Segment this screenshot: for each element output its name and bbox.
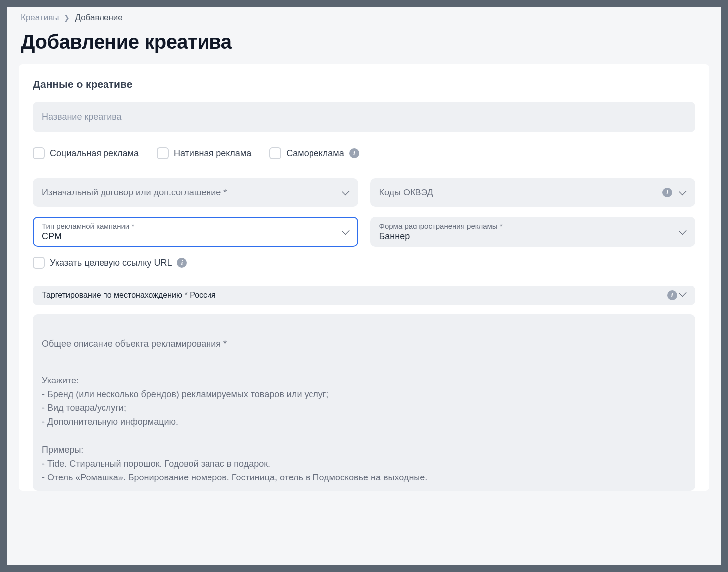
description-textarea[interactable]: Общее описание объекта рекламирования * … bbox=[33, 314, 695, 491]
checkbox-icon bbox=[33, 257, 45, 269]
checkbox-icon bbox=[157, 147, 169, 159]
select-campaign-type[interactable]: Тип рекламной кампании * CPM bbox=[33, 217, 358, 247]
select-distribution-form[interactable]: Форма распространения рекламы * Баннер bbox=[370, 217, 696, 247]
select-label: Таргетирование по местонахождению * bbox=[42, 291, 188, 299]
chevron-down-icon bbox=[679, 228, 686, 235]
page-title: Добавление креатива bbox=[19, 24, 709, 64]
chevron-right-icon: ❯ bbox=[64, 14, 70, 22]
info-icon[interactable]: i bbox=[177, 258, 187, 268]
chevron-down-icon bbox=[342, 189, 349, 196]
select-value: CPM bbox=[42, 231, 134, 242]
breadcrumb: Креативы ❯ Добавление bbox=[19, 9, 709, 24]
select-label: Коды ОКВЭД bbox=[379, 188, 434, 198]
info-icon[interactable]: i bbox=[667, 290, 677, 300]
page-container: Креативы ❯ Добавление Добавление креатив… bbox=[7, 7, 721, 565]
select-row-1: Изначальный договор или доп.соглашение *… bbox=[33, 178, 695, 207]
checkbox-icon bbox=[269, 147, 281, 159]
checkbox-label: Социальная реклама bbox=[50, 148, 139, 159]
ad-type-checkbox-row: Социальная реклама Нативная реклама Само… bbox=[33, 147, 695, 159]
section-title: Данные о креативе bbox=[33, 78, 695, 90]
select-geo-targeting[interactable]: Таргетирование по местонахождению * Росс… bbox=[33, 286, 695, 305]
select-row-2: Тип рекламной кампании * CPM Форма распр… bbox=[33, 217, 695, 247]
info-icon[interactable]: i bbox=[662, 188, 672, 197]
select-label: Изначальный договор или доп.соглашение * bbox=[42, 188, 227, 198]
select-value: Россия bbox=[190, 291, 215, 299]
breadcrumb-current: Добавление bbox=[75, 13, 122, 23]
checkbox-self-ad[interactable]: Самореклама i bbox=[269, 147, 359, 159]
checkbox-label: Нативная реклама bbox=[174, 148, 251, 159]
checkbox-social-ad[interactable]: Социальная реклама bbox=[33, 147, 139, 159]
select-label: Тип рекламной кампании * bbox=[42, 222, 134, 230]
form-card: Данные о креативе Название креатива Соци… bbox=[19, 64, 709, 491]
creative-name-placeholder: Название креатива bbox=[42, 112, 122, 122]
select-okved[interactable]: Коды ОКВЭД i bbox=[370, 178, 696, 207]
select-label: Форма распространения рекламы * bbox=[379, 222, 503, 230]
checkbox-native-ad[interactable]: Нативная реклама bbox=[157, 147, 251, 159]
checkbox-label: Самореклама bbox=[286, 148, 344, 159]
checkbox-icon bbox=[33, 147, 45, 159]
creative-name-input[interactable]: Название креатива bbox=[33, 102, 695, 132]
chevron-down-icon bbox=[342, 228, 349, 235]
select-contract[interactable]: Изначальный договор или доп.соглашение * bbox=[33, 178, 358, 207]
textarea-placeholder: Укажите: - Бренд (или несколько брендов)… bbox=[42, 376, 427, 482]
checkbox-label: Указать целевую ссылку URL bbox=[50, 258, 172, 268]
breadcrumb-parent[interactable]: Креативы bbox=[21, 13, 59, 23]
info-icon[interactable]: i bbox=[349, 148, 359, 158]
select-value: Баннер bbox=[379, 231, 503, 242]
chevron-down-icon bbox=[679, 189, 686, 196]
checkbox-target-url[interactable]: Указать целевую ссылку URL i bbox=[33, 257, 695, 269]
chevron-down-icon bbox=[679, 290, 686, 297]
textarea-label: Общее описание объекта рекламирования * bbox=[42, 337, 686, 351]
